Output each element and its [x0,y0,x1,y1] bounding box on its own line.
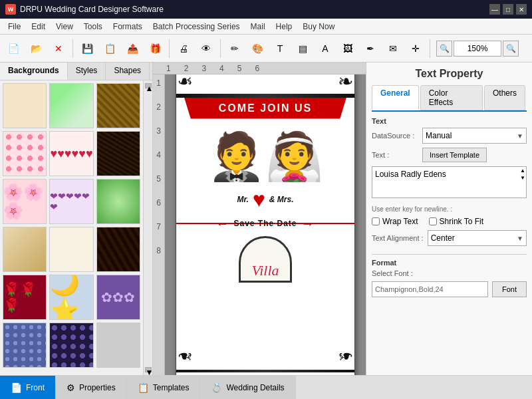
scroll-track [145,88,152,367]
tab-backgrounds[interactable]: Backgrounds [0,63,68,80]
text-section-label: Text [372,117,527,125]
tab-styles[interactable]: Styles [68,63,106,80]
scroll-up-arrow[interactable]: ▲ [145,83,152,88]
come-join-us-banner: COME JOIN US [184,98,346,119]
wrap-text-label: Wrap Text [382,217,418,226]
app-icon: W [5,4,16,15]
toolbar-separator-2 [169,39,170,58]
zoom-in-button[interactable]: 🔍 [436,41,452,57]
share-button[interactable]: 🎁 [144,38,166,59]
crosshair-button[interactable]: ✛ [405,38,426,59]
menu-buynow[interactable]: Buy Now [297,21,340,33]
menu-help[interactable]: Help [271,21,298,33]
close-button[interactable]: ✕ [516,4,527,15]
bg-item-13[interactable]: 🌹🌹🌹 [3,275,47,320]
type-button[interactable]: A [315,38,336,59]
couple-area: 🤵👰 [176,123,354,190]
save-button[interactable]: 💾 [76,38,98,59]
bg-item-11[interactable] [49,227,93,272]
bg-item-14[interactable]: 🌙⭐ [49,275,93,320]
shrink-to-checkbox[interactable] [429,217,437,225]
card-top-border [176,94,354,98]
bg-item-4[interactable] [3,131,47,176]
menu-batch[interactable]: Batch Processing Series [148,21,245,33]
delete-button[interactable]: ✕ [48,38,69,59]
bottom-tabs: 📄 Front ⚙ Properties 📋 Templates 💍 Weddi… [0,375,532,399]
bottom-tab-front[interactable]: 📄 Front [0,376,56,399]
save-the-date: ← Save The Date → [176,216,354,231]
window-controls[interactable]: — □ ✕ [489,4,527,15]
new-button[interactable]: 📄 [3,38,24,59]
corner-ornament-bl: ❧ [178,345,193,367]
bottom-tab-templates[interactable]: 📋 Templates [127,376,201,399]
minimize-button[interactable]: — [489,4,500,15]
bg-item-7[interactable]: 🌸🌸🌸 [3,179,47,224]
menu-view[interactable]: View [51,21,78,33]
preview-button[interactable]: 👁 [196,38,217,59]
bg-item-8[interactable]: ❤❤❤❤❤❤ [49,179,93,224]
bottom-tab-wedding-details[interactable]: 💍 Wedding Details [200,376,295,399]
alignment-value: Center [431,233,455,243]
tab-shapes[interactable]: Shapes [106,63,150,80]
menu-formats[interactable]: Formats [108,21,148,33]
scroll-down-arrow[interactable]: ▼ [145,367,152,372]
font-value-input[interactable] [372,281,488,297]
open-button[interactable]: 📂 [25,38,47,59]
bg-item-6[interactable] [96,131,140,176]
prop-tab-general[interactable]: General [372,85,419,110]
font-button[interactable]: Font [492,281,527,297]
zoom-input[interactable] [454,41,501,57]
prop-tab-others[interactable]: Others [484,85,525,110]
text-button[interactable]: T [269,38,291,59]
bg-item-12[interactable] [96,227,140,272]
text-field-label: Text : [372,151,418,159]
checkbox-row: Wrap Text Shrink To Fit [372,217,527,226]
alignment-row: Text Alignment : Center ▼ [372,230,527,246]
alignment-dropdown[interactable]: Center ▼ [428,230,527,246]
insert-template-button[interactable]: Insert Template [422,148,487,162]
bg-item-15[interactable]: ✿✿✿ [96,275,140,320]
pencil-button[interactable]: ✏ [224,38,245,59]
bg-item-3[interactable] [96,83,140,128]
email-button[interactable]: ✉ [382,38,404,59]
bg-item-10[interactable] [3,227,47,272]
bg-item-16[interactable] [3,323,47,368]
menu-edit[interactable]: Edit [26,21,51,33]
bg-item-1[interactable] [3,83,47,128]
textarea-wrapper: ▲ ▼ [372,166,527,203]
color-button[interactable]: 🎨 [247,38,268,59]
wrap-text-checkbox[interactable] [372,217,380,225]
grid-row-4 [3,227,140,272]
print-button[interactable]: 🖨 [173,38,194,59]
bg-item-9[interactable] [96,179,140,224]
bg-item-5[interactable]: ♥♥♥♥♥♥♥♥ [49,131,93,176]
properties-icon: ⚙ [66,382,75,393]
copy-button[interactable]: 📋 [99,38,120,59]
bg-item-18[interactable] [96,323,140,368]
textarea-scroll-down[interactable]: ▼ [520,175,525,181]
zoom-area: 🔍 🔍 [436,41,519,57]
barcode-button[interactable]: ▤ [292,38,313,59]
prop-tab-color-effects[interactable]: Color Effects [420,85,483,110]
signature-button[interactable]: ✒ [360,38,381,59]
menu-mail[interactable]: Mail [245,21,271,33]
front-icon: 📄 [11,382,22,393]
main-area: Backgrounds Styles Shapes ♥♥♥♥♥♥♥♥ 🌸🌸🌸 [0,63,532,375]
textarea-scroll-up[interactable]: ▲ [520,168,525,174]
grid-row-6 [3,323,140,368]
menu-file[interactable]: File [3,21,26,33]
menu-tools[interactable]: Tools [78,21,108,33]
zoom-out-button[interactable]: 🔍 [503,41,519,57]
export-button[interactable]: 📤 [122,38,143,59]
text-input[interactable] [372,166,527,198]
maximize-button[interactable]: □ [503,4,513,15]
select-font-label: Select Font : [372,269,418,277]
image-button[interactable]: 🖼 [337,38,358,59]
scroll-bar[interactable]: ▲ ▼ [143,80,152,375]
bg-item-17[interactable] [49,323,93,368]
bg-item-2[interactable] [49,83,93,128]
mr-and-mrs: Mr. ♥ & Mrs. [176,188,354,212]
datasource-dropdown[interactable]: Manual ▼ [422,128,527,144]
card-canvas[interactable]: ❧ ❧ COME JOIN US 🤵👰 Mr. ♥ & Mrs. [176,70,355,376]
bottom-tab-properties[interactable]: ⚙ Properties [56,376,127,399]
